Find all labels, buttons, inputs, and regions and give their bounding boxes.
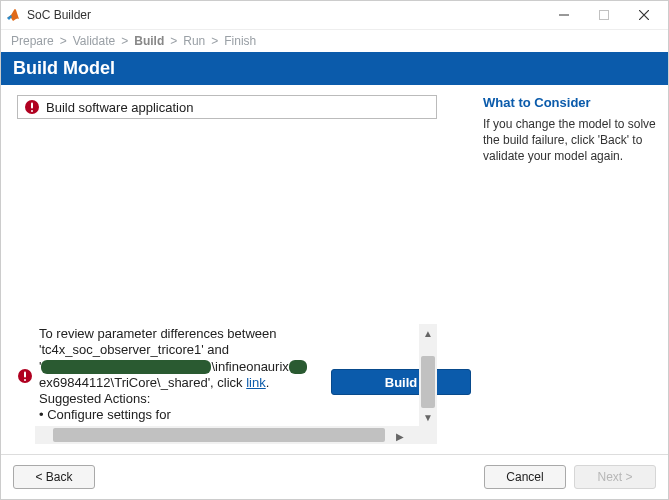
chevron-right-icon: >: [121, 34, 128, 48]
main-panel: Build software application To review par…: [1, 85, 325, 454]
log-box: To review parameter differences between …: [35, 324, 437, 444]
window-title: SoC Builder: [27, 8, 91, 22]
log-content: To review parameter differences between …: [35, 324, 419, 426]
scroll-down-icon[interactable]: ▼: [419, 408, 437, 426]
chevron-right-icon: >: [170, 34, 177, 48]
svg-rect-0: [600, 11, 609, 20]
maximize-icon: [599, 10, 609, 20]
log-error-icon: [17, 368, 33, 384]
close-button[interactable]: [624, 1, 664, 29]
chevron-right-icon: >: [211, 34, 218, 48]
log-text: \infineonaurix: [211, 359, 288, 374]
scroll-corner: [419, 426, 437, 444]
body: Build software application To review par…: [1, 85, 668, 454]
help-heading: What to Consider: [483, 95, 658, 110]
scroll-thumb[interactable]: [53, 428, 385, 442]
horizontal-scrollbar[interactable]: ◀ ▶: [35, 426, 419, 444]
footer: < Back Cancel Next >: [1, 454, 668, 499]
help-panel: What to Consider If you change the model…: [477, 85, 668, 454]
svg-rect-3: [31, 110, 33, 112]
log-line: To review parameter differences between: [39, 326, 415, 342]
vertical-scrollbar[interactable]: ▲ ▼: [419, 324, 437, 426]
matlab-icon: [5, 7, 21, 23]
scroll-thumb[interactable]: [421, 356, 435, 408]
back-button[interactable]: < Back: [13, 465, 95, 489]
breadcrumb-step-prepare: Prepare: [11, 34, 54, 48]
page-title: Build Model: [1, 52, 668, 85]
svg-rect-2: [31, 103, 33, 109]
help-body: If you change the model to solve the bui…: [483, 116, 658, 165]
log-line: '\infineonaurix: [39, 359, 415, 375]
svg-rect-6: [24, 379, 26, 381]
svg-rect-5: [24, 372, 26, 378]
breadcrumb-step-run: Run: [183, 34, 205, 48]
app-window: SoC Builder Prepare>Validate>Build>Run>F…: [0, 0, 669, 500]
cancel-button[interactable]: Cancel: [484, 465, 566, 489]
titlebar: SoC Builder: [1, 1, 668, 30]
chevron-right-icon: >: [60, 34, 67, 48]
minimize-button[interactable]: [544, 1, 584, 29]
log-text: .: [266, 375, 270, 390]
minimize-icon: [559, 10, 569, 20]
breadcrumb: Prepare>Validate>Build>Run>Finish: [1, 30, 668, 52]
breadcrumb-step-build: Build: [134, 34, 164, 48]
log-area: To review parameter differences between …: [17, 324, 437, 444]
log-line: Suggested Actions:: [39, 391, 415, 407]
log-line: • Configure settings for: [39, 407, 415, 423]
close-icon: [639, 10, 649, 20]
log-line: 'tc4x_soc_observer_tricore1' and: [39, 342, 415, 358]
diagnostic-link[interactable]: link: [246, 375, 266, 390]
next-button[interactable]: Next >: [574, 465, 656, 489]
error-icon: [24, 99, 40, 115]
breadcrumb-step-validate: Validate: [73, 34, 115, 48]
maximize-button[interactable]: [584, 1, 624, 29]
redacted-text: [289, 360, 307, 374]
redacted-text: [41, 360, 211, 374]
log-text: ex69844112\TriCore\_shared', click: [39, 375, 246, 390]
breadcrumb-step-finish: Finish: [224, 34, 256, 48]
scroll-right-icon[interactable]: ▶: [385, 426, 419, 444]
scroll-up-icon[interactable]: ▲: [419, 324, 437, 342]
log-line: ex69844112\TriCore\_shared', click link.: [39, 375, 415, 391]
task-label: Build software application: [46, 100, 193, 115]
